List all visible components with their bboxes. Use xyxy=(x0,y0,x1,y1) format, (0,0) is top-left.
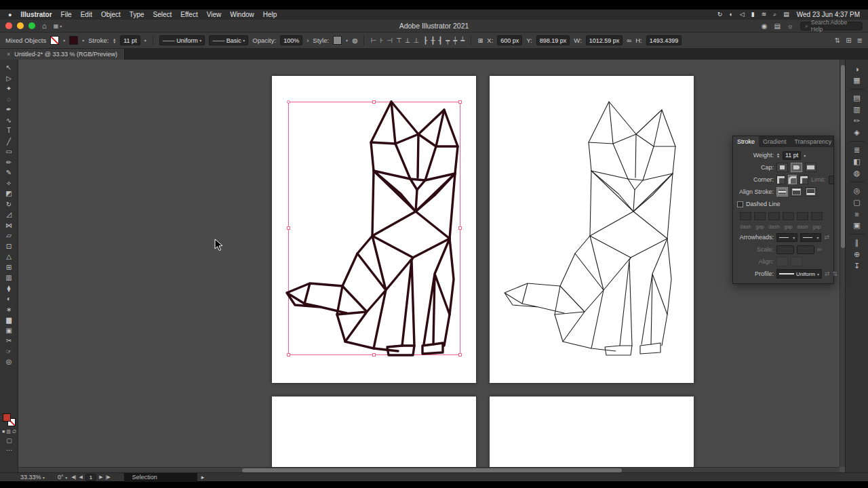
eraser-tool[interactable]: ◩ xyxy=(1,188,18,199)
butt-cap-button[interactable] xyxy=(776,163,788,172)
layers-panel-icon[interactable]: ≡ xyxy=(849,208,865,220)
arrowhead-end-dropdown[interactable]: ▾ xyxy=(800,233,821,242)
reference-point-locator[interactable]: ⊞ xyxy=(477,37,483,44)
dashed-line-checkbox[interactable] xyxy=(737,201,743,207)
stroke-weight-field[interactable]: 11 pt xyxy=(120,35,140,45)
tab-close-icon[interactable]: × xyxy=(7,51,10,58)
menu-help[interactable]: Help xyxy=(263,11,277,18)
last-artboard-button[interactable]: |▶ xyxy=(106,474,111,480)
account-icon[interactable]: ◉ xyxy=(762,22,768,30)
scale-tool[interactable]: ◿ xyxy=(1,209,18,220)
pen-tool[interactable]: ✒ xyxy=(1,104,18,115)
color-panel-icon[interactable]: ◑ xyxy=(849,63,865,75)
libraries-panel-icon[interactable]: ▤ xyxy=(849,92,865,104)
control-center-icon[interactable]: ▤ xyxy=(783,11,789,18)
gradient-tool[interactable]: ▥ xyxy=(1,272,18,283)
zoom-level-dropdown[interactable]: 33.33% ▾ xyxy=(20,474,45,481)
y-field[interactable]: 898.19 px xyxy=(536,35,570,45)
distribute-bottom-icon[interactable]: ┷ xyxy=(460,37,465,44)
volume-status-icon[interactable]: ◁ xyxy=(740,11,745,18)
document-tab[interactable]: × Untitled-2* @ 33.33 % (RGB/Preview) xyxy=(0,49,125,60)
menu-effect[interactable]: Effect xyxy=(180,11,197,18)
arrange-documents-icon[interactable]: ▤ xyxy=(774,22,780,30)
fill-proxy-swatch[interactable] xyxy=(3,413,11,422)
artboard-2[interactable] xyxy=(490,76,694,383)
gradient-button[interactable]: ▥ xyxy=(6,429,11,434)
symbol-sprayer-tool[interactable]: ∗ xyxy=(1,304,18,315)
distribute-vcenter-icon[interactable]: ┿ xyxy=(453,37,457,44)
weight-field[interactable]: 11 pt xyxy=(783,151,801,160)
weight-stepper[interactable]: ▲▼ xyxy=(776,152,780,158)
panel-menu-icon[interactable]: ≣ xyxy=(857,37,863,44)
close-window-button[interactable] xyxy=(5,22,12,29)
discover-icon[interactable]: ☼ xyxy=(787,22,793,30)
direct-selection-tool[interactable]: ▷ xyxy=(1,73,18,84)
horizontal-scrollbar[interactable] xyxy=(18,467,840,472)
fill-stroke-widget[interactable] xyxy=(3,413,16,426)
w-field[interactable]: 1012.59 px xyxy=(586,35,623,45)
shaper-tool[interactable]: ✧ xyxy=(1,178,18,189)
h-field[interactable]: 1493.4399 xyxy=(646,35,682,45)
apple-menu-icon[interactable]: ● xyxy=(8,12,12,18)
menu-view[interactable]: View xyxy=(207,11,222,18)
hand-tool[interactable]: ☞ xyxy=(1,346,18,357)
zoom-tool[interactable]: ◎ xyxy=(1,357,18,367)
align-center-icon[interactable]: ⊦ xyxy=(380,37,383,45)
rotate-tool[interactable]: ↻ xyxy=(1,199,18,210)
width-profile-dropdown[interactable]: Uniform ▾ xyxy=(776,269,822,279)
round-cap-button[interactable] xyxy=(791,163,802,172)
free-transform-tool[interactable]: ▱ xyxy=(1,230,18,241)
edit-toolbar-button[interactable]: ⋯ xyxy=(6,447,12,453)
battery-status-icon[interactable]: ▮ xyxy=(751,11,755,18)
align-stroke-center-button[interactable] xyxy=(776,187,788,197)
wifi-status-icon[interactable]: ≋ xyxy=(762,11,767,18)
graphic-styles-panel-icon[interactable]: ▢ xyxy=(849,197,865,208)
shape-builder-tool[interactable]: ⊡ xyxy=(1,241,18,252)
none-button[interactable]: ∅ xyxy=(12,429,16,434)
align-middle-icon[interactable]: ⟂ xyxy=(406,37,410,45)
perspective-grid-tool[interactable]: △ xyxy=(1,251,18,262)
line-segment-tool[interactable]: ╱ xyxy=(1,136,18,147)
menubar-clock[interactable]: Wed 23 Jun 4:37 PM xyxy=(797,11,860,18)
menu-edit[interactable]: Edit xyxy=(81,11,92,18)
tab-stroke[interactable]: Stroke xyxy=(733,136,759,147)
distribute-left-icon[interactable]: ┠ xyxy=(423,37,427,44)
fill-chevron-icon[interactable]: ▾ xyxy=(63,38,65,43)
canvas[interactable] xyxy=(18,60,845,472)
workspace-grid-icon[interactable]: ⊞ xyxy=(846,37,851,44)
menu-object[interactable]: Object xyxy=(101,11,121,18)
variable-width-profile-dropdown[interactable]: —— Uniform ▾ xyxy=(159,35,205,45)
align-top-icon[interactable]: ⊤ xyxy=(396,37,402,45)
stroke-weight-stepper[interactable]: ▲▼ xyxy=(113,38,116,43)
fill-color-swatch[interactable] xyxy=(50,36,59,45)
vertical-scrollbar[interactable] xyxy=(840,60,845,467)
align-stroke-outside-button[interactable] xyxy=(805,187,816,197)
artboards-panel-icon[interactable]: ▣ xyxy=(849,220,865,231)
lasso-tool[interactable]: ◌ xyxy=(1,94,18,105)
first-artboard-button[interactable]: ◀| xyxy=(71,474,76,480)
spotlight-search-icon[interactable]: ⌕ xyxy=(773,11,776,18)
menu-window[interactable]: Window xyxy=(230,11,254,18)
recolor-artwork-button[interactable]: ◍ xyxy=(352,37,357,44)
home-icon[interactable]: ⌂ xyxy=(42,22,47,30)
pathfinder-panel-icon[interactable]: ⊕ xyxy=(849,249,865,260)
opacity-panel-link[interactable]: › xyxy=(307,37,309,44)
artboard-1[interactable] xyxy=(272,76,476,383)
rectangle-tool[interactable]: ▭ xyxy=(1,146,18,157)
miter-join-button[interactable] xyxy=(776,175,785,184)
menu-select[interactable]: Select xyxy=(153,11,172,18)
align-right-icon[interactable]: ⊣ xyxy=(387,37,393,45)
distribute-hcenter-icon[interactable]: ╂ xyxy=(431,37,435,44)
menu-type[interactable]: Type xyxy=(130,11,144,18)
tab-transparency[interactable]: Transparency xyxy=(791,136,833,147)
transparency-panel-icon[interactable]: ◍ xyxy=(849,167,865,179)
color-guide-panel-icon[interactable]: ▦ xyxy=(849,75,865,86)
workspace-switcher[interactable]: ▦ ▾ xyxy=(54,23,62,29)
screen-mode-button[interactable]: ▢ xyxy=(6,437,12,444)
display-status-icon[interactable]: ◐ xyxy=(729,11,732,18)
pencil-tool[interactable]: ✎ xyxy=(1,167,18,178)
menu-file[interactable]: File xyxy=(61,11,72,18)
stroke-panel-icon[interactable]: ≣ xyxy=(849,144,865,156)
magic-wand-tool[interactable]: ✦ xyxy=(1,83,18,94)
minimize-window-button[interactable] xyxy=(17,22,24,29)
